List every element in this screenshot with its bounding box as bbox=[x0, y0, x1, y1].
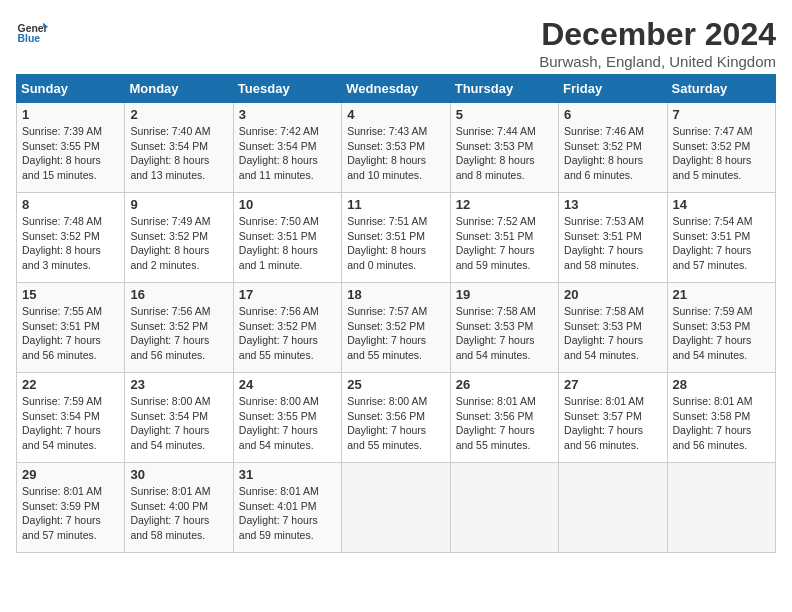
table-row: 9Sunrise: 7:49 AMSunset: 3:52 PMDaylight… bbox=[125, 193, 233, 283]
day-info: Sunrise: 7:43 AMSunset: 3:53 PMDaylight:… bbox=[347, 124, 444, 183]
table-row: 29Sunrise: 8:01 AMSunset: 3:59 PMDayligh… bbox=[17, 463, 125, 553]
day-info: Sunrise: 7:56 AMSunset: 3:52 PMDaylight:… bbox=[130, 304, 227, 363]
calendar-week-row: 8Sunrise: 7:48 AMSunset: 3:52 PMDaylight… bbox=[17, 193, 776, 283]
day-info: Sunrise: 7:57 AMSunset: 3:52 PMDaylight:… bbox=[347, 304, 444, 363]
day-number: 20 bbox=[564, 287, 661, 302]
day-info: Sunrise: 7:47 AMSunset: 3:52 PMDaylight:… bbox=[673, 124, 770, 183]
calendar-week-row: 29Sunrise: 8:01 AMSunset: 3:59 PMDayligh… bbox=[17, 463, 776, 553]
table-row: 8Sunrise: 7:48 AMSunset: 3:52 PMDaylight… bbox=[17, 193, 125, 283]
day-info: Sunrise: 7:58 AMSunset: 3:53 PMDaylight:… bbox=[564, 304, 661, 363]
day-number: 21 bbox=[673, 287, 770, 302]
day-number: 28 bbox=[673, 377, 770, 392]
table-row: 31Sunrise: 8:01 AMSunset: 4:01 PMDayligh… bbox=[233, 463, 341, 553]
day-info: Sunrise: 7:39 AMSunset: 3:55 PMDaylight:… bbox=[22, 124, 119, 183]
col-sunday: Sunday bbox=[17, 75, 125, 103]
day-info: Sunrise: 7:42 AMSunset: 3:54 PMDaylight:… bbox=[239, 124, 336, 183]
col-friday: Friday bbox=[559, 75, 667, 103]
day-info: Sunrise: 7:48 AMSunset: 3:52 PMDaylight:… bbox=[22, 214, 119, 273]
day-number: 10 bbox=[239, 197, 336, 212]
svg-text:Blue: Blue bbox=[18, 33, 41, 44]
calendar-subtitle: Burwash, England, United Kingdom bbox=[539, 53, 776, 70]
table-row: 18Sunrise: 7:57 AMSunset: 3:52 PMDayligh… bbox=[342, 283, 450, 373]
day-number: 22 bbox=[22, 377, 119, 392]
table-row: 10Sunrise: 7:50 AMSunset: 3:51 PMDayligh… bbox=[233, 193, 341, 283]
day-info: Sunrise: 8:01 AMSunset: 3:57 PMDaylight:… bbox=[564, 394, 661, 453]
day-info: Sunrise: 7:44 AMSunset: 3:53 PMDaylight:… bbox=[456, 124, 553, 183]
day-number: 27 bbox=[564, 377, 661, 392]
day-info: Sunrise: 7:49 AMSunset: 3:52 PMDaylight:… bbox=[130, 214, 227, 273]
day-number: 3 bbox=[239, 107, 336, 122]
table-row: 14Sunrise: 7:54 AMSunset: 3:51 PMDayligh… bbox=[667, 193, 775, 283]
calendar-week-row: 1Sunrise: 7:39 AMSunset: 3:55 PMDaylight… bbox=[17, 103, 776, 193]
day-number: 11 bbox=[347, 197, 444, 212]
logo-icon: General Blue bbox=[16, 16, 48, 48]
day-info: Sunrise: 7:59 AMSunset: 3:53 PMDaylight:… bbox=[673, 304, 770, 363]
day-number: 5 bbox=[456, 107, 553, 122]
day-info: Sunrise: 7:52 AMSunset: 3:51 PMDaylight:… bbox=[456, 214, 553, 273]
table-row: 1Sunrise: 7:39 AMSunset: 3:55 PMDaylight… bbox=[17, 103, 125, 193]
table-row: 17Sunrise: 7:56 AMSunset: 3:52 PMDayligh… bbox=[233, 283, 341, 373]
day-info: Sunrise: 7:55 AMSunset: 3:51 PMDaylight:… bbox=[22, 304, 119, 363]
calendar-week-row: 15Sunrise: 7:55 AMSunset: 3:51 PMDayligh… bbox=[17, 283, 776, 373]
table-row: 28Sunrise: 8:01 AMSunset: 3:58 PMDayligh… bbox=[667, 373, 775, 463]
table-row: 21Sunrise: 7:59 AMSunset: 3:53 PMDayligh… bbox=[667, 283, 775, 373]
title-block: December 2024 Burwash, England, United K… bbox=[539, 16, 776, 70]
day-number: 19 bbox=[456, 287, 553, 302]
col-wednesday: Wednesday bbox=[342, 75, 450, 103]
day-number: 17 bbox=[239, 287, 336, 302]
table-row bbox=[667, 463, 775, 553]
table-row: 26Sunrise: 8:01 AMSunset: 3:56 PMDayligh… bbox=[450, 373, 558, 463]
table-row: 22Sunrise: 7:59 AMSunset: 3:54 PMDayligh… bbox=[17, 373, 125, 463]
table-row: 16Sunrise: 7:56 AMSunset: 3:52 PMDayligh… bbox=[125, 283, 233, 373]
table-row bbox=[559, 463, 667, 553]
calendar-title: December 2024 bbox=[539, 16, 776, 53]
day-info: Sunrise: 8:00 AMSunset: 3:54 PMDaylight:… bbox=[130, 394, 227, 453]
table-row: 11Sunrise: 7:51 AMSunset: 3:51 PMDayligh… bbox=[342, 193, 450, 283]
table-row: 12Sunrise: 7:52 AMSunset: 3:51 PMDayligh… bbox=[450, 193, 558, 283]
day-number: 14 bbox=[673, 197, 770, 212]
day-number: 8 bbox=[22, 197, 119, 212]
table-row: 4Sunrise: 7:43 AMSunset: 3:53 PMDaylight… bbox=[342, 103, 450, 193]
day-info: Sunrise: 7:59 AMSunset: 3:54 PMDaylight:… bbox=[22, 394, 119, 453]
day-number: 13 bbox=[564, 197, 661, 212]
day-info: Sunrise: 7:53 AMSunset: 3:51 PMDaylight:… bbox=[564, 214, 661, 273]
day-info: Sunrise: 7:54 AMSunset: 3:51 PMDaylight:… bbox=[673, 214, 770, 273]
table-row: 6Sunrise: 7:46 AMSunset: 3:52 PMDaylight… bbox=[559, 103, 667, 193]
table-row: 24Sunrise: 8:00 AMSunset: 3:55 PMDayligh… bbox=[233, 373, 341, 463]
page-header: General Blue December 2024 Burwash, Engl… bbox=[16, 16, 776, 70]
day-number: 9 bbox=[130, 197, 227, 212]
day-number: 18 bbox=[347, 287, 444, 302]
day-number: 2 bbox=[130, 107, 227, 122]
table-row: 25Sunrise: 8:00 AMSunset: 3:56 PMDayligh… bbox=[342, 373, 450, 463]
table-row: 5Sunrise: 7:44 AMSunset: 3:53 PMDaylight… bbox=[450, 103, 558, 193]
day-number: 24 bbox=[239, 377, 336, 392]
table-row bbox=[450, 463, 558, 553]
day-info: Sunrise: 8:01 AMSunset: 3:59 PMDaylight:… bbox=[22, 484, 119, 543]
table-row: 23Sunrise: 8:00 AMSunset: 3:54 PMDayligh… bbox=[125, 373, 233, 463]
table-row: 15Sunrise: 7:55 AMSunset: 3:51 PMDayligh… bbox=[17, 283, 125, 373]
header-row: Sunday Monday Tuesday Wednesday Thursday… bbox=[17, 75, 776, 103]
day-number: 25 bbox=[347, 377, 444, 392]
table-row: 20Sunrise: 7:58 AMSunset: 3:53 PMDayligh… bbox=[559, 283, 667, 373]
table-row: 19Sunrise: 7:58 AMSunset: 3:53 PMDayligh… bbox=[450, 283, 558, 373]
day-number: 12 bbox=[456, 197, 553, 212]
day-info: Sunrise: 7:58 AMSunset: 3:53 PMDaylight:… bbox=[456, 304, 553, 363]
day-number: 1 bbox=[22, 107, 119, 122]
day-number: 15 bbox=[22, 287, 119, 302]
col-saturday: Saturday bbox=[667, 75, 775, 103]
col-monday: Monday bbox=[125, 75, 233, 103]
day-number: 23 bbox=[130, 377, 227, 392]
calendar-table: Sunday Monday Tuesday Wednesday Thursday… bbox=[16, 74, 776, 553]
day-info: Sunrise: 7:40 AMSunset: 3:54 PMDaylight:… bbox=[130, 124, 227, 183]
day-info: Sunrise: 8:01 AMSunset: 4:01 PMDaylight:… bbox=[239, 484, 336, 543]
day-info: Sunrise: 7:46 AMSunset: 3:52 PMDaylight:… bbox=[564, 124, 661, 183]
day-info: Sunrise: 7:50 AMSunset: 3:51 PMDaylight:… bbox=[239, 214, 336, 273]
table-row bbox=[342, 463, 450, 553]
table-row: 27Sunrise: 8:01 AMSunset: 3:57 PMDayligh… bbox=[559, 373, 667, 463]
day-info: Sunrise: 7:51 AMSunset: 3:51 PMDaylight:… bbox=[347, 214, 444, 273]
day-number: 31 bbox=[239, 467, 336, 482]
day-number: 30 bbox=[130, 467, 227, 482]
logo: General Blue bbox=[16, 16, 48, 48]
day-number: 26 bbox=[456, 377, 553, 392]
col-thursday: Thursday bbox=[450, 75, 558, 103]
